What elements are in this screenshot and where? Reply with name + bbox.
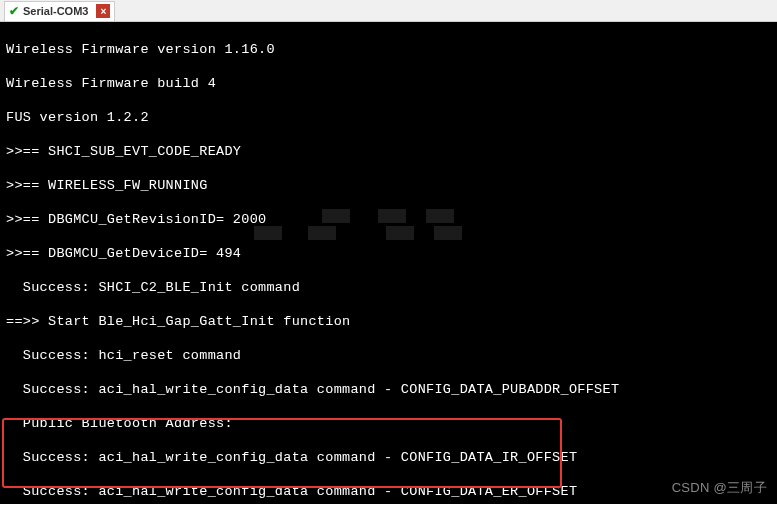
check-icon: ✔ — [9, 5, 19, 17]
terminal-line: Success: aci_hal_write_config_data comma… — [6, 449, 771, 466]
obscured-region — [254, 226, 282, 240]
obscured-region — [434, 226, 462, 240]
terminal-line: >>== DBGMCU_GetDeviceID= 494 — [6, 245, 771, 262]
obscured-region — [308, 226, 336, 240]
obscured-region — [322, 209, 350, 223]
terminal-line: Wireless Firmware build 4 — [6, 75, 771, 92]
terminal-line: Success: SHCI_C2_BLE_Init command — [6, 279, 771, 296]
terminal-line: >>== WIRELESS_FW_RUNNING — [6, 177, 771, 194]
close-icon[interactable]: × — [96, 4, 110, 18]
terminal-output: Wireless Firmware version 1.16.0 Wireles… — [0, 22, 777, 504]
obscured-region — [386, 226, 414, 240]
obscured-region — [378, 209, 406, 223]
terminal-line: Success: aci_hal_write_config_data comma… — [6, 483, 771, 500]
terminal-line: FUS version 1.2.2 — [6, 109, 771, 126]
terminal-line: Wireless Firmware version 1.16.0 — [6, 41, 771, 58]
tab-serial-com3[interactable]: ✔ Serial-COM3 × — [4, 1, 115, 21]
terminal-line: Success: aci_hal_write_config_data comma… — [6, 381, 771, 398]
tab-title: Serial-COM3 — [23, 5, 88, 17]
terminal-line: ==>> Start Ble_Hci_Gap_Gatt_Init functio… — [6, 313, 771, 330]
terminal-line: Public Bluetooth Address: — [6, 415, 771, 432]
obscured-region — [426, 209, 454, 223]
terminal-line: >>== SHCI_SUB_EVT_CODE_READY — [6, 143, 771, 160]
tab-bar: ✔ Serial-COM3 × — [0, 0, 777, 22]
watermark: CSDN @三周子 — [672, 479, 767, 496]
terminal-line: Success: hci_reset command — [6, 347, 771, 364]
